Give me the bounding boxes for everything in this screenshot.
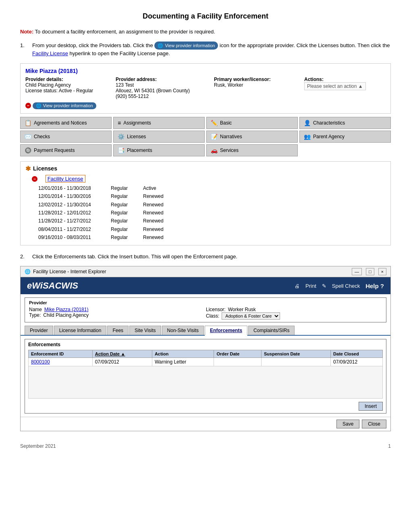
license-status-5: Renewed <box>143 225 175 233</box>
license-type-2: Regular <box>111 201 143 209</box>
enforcements-title: Enforcements <box>28 342 383 347</box>
ewis-logo: eWiSACWIS <box>27 281 78 291</box>
td-date_closed-0: 07/09/2012 <box>331 358 383 366</box>
narratives-icon: 📝 <box>211 133 218 140</box>
nav-btn-checks[interactable]: ✉️Checks <box>20 131 112 143</box>
minimize-button[interactable]: — <box>352 268 362 275</box>
insert-btn-row: Insert <box>28 402 383 411</box>
nav-btn-assignments[interactable]: ≡Assignments <box>113 117 205 129</box>
license-row-6: 09/16/2010 - 08/03/2011 Regular Renewed <box>38 233 386 241</box>
checks-icon: ✉️ <box>25 133 31 140</box>
agreements-label: Agreements and Notices <box>34 120 87 126</box>
license-type-3: Regular <box>111 209 143 217</box>
insert-button[interactable]: Insert <box>359 402 383 411</box>
nav-btn-basic[interactable]: ✏️Basic <box>206 117 298 129</box>
license-date-range-0: 12/01/2016 - 11/30/2018 <box>38 184 111 192</box>
license-row-5: 08/04/2011 - 11/27/2012 Regular Renewed <box>38 225 386 233</box>
tab-provider[interactable]: Provider <box>25 326 53 335</box>
license-row-4: 11/28/2012 - 11/27/2012 Regular Renewed <box>38 217 386 225</box>
placements-icon: 📑 <box>118 147 125 154</box>
provider-actions-col: Actions: Please select an action ▲ <box>304 77 386 99</box>
step1-text-middle: icon for the appropriate provider. Click… <box>220 42 390 48</box>
enforcements-header-row: Enforcement IDAction Date ▲ActionOrder D… <box>29 350 383 358</box>
tab-enforcements-active[interactable]: Enforcements <box>205 326 247 336</box>
license-row-1: 12/01/2014 - 11/30/2016 Regular Renewed <box>38 192 386 200</box>
nav-btn-narratives[interactable]: 📝Narratives <box>206 131 298 143</box>
nav-btn-characteristics[interactable]: 👤Characteristics <box>299 117 391 129</box>
view-provider-btn[interactable]: 🌐 View provider information <box>33 102 96 109</box>
tab-license_info[interactable]: License Information <box>54 326 107 335</box>
actions-dropdown[interactable]: Please select an action ▲ <box>304 82 366 90</box>
td-action-0: Warning Letter <box>152 358 214 366</box>
nav-btn-placements[interactable]: 📑Placements <box>113 144 205 156</box>
print-icon: 🖨 <box>295 283 300 289</box>
th-action: Action <box>152 350 214 358</box>
spellcheck-label[interactable]: Spell Check <box>332 283 360 289</box>
step-1-content: From your desktop, click the Providers t… <box>32 42 391 58</box>
minus-circle-icon-2: − <box>32 176 37 182</box>
nav-btn-parent_agency[interactable]: 👥Parent Agency <box>299 131 391 143</box>
th-date_closed: Date Closed <box>331 350 383 358</box>
license-status-4: Renewed <box>143 217 175 225</box>
tab-site_visits[interactable]: Site Visits <box>129 326 161 335</box>
ewis-class-label: Class: <box>206 313 219 319</box>
note-label: Note: <box>20 29 33 35</box>
characteristics-label: Characteristics <box>313 120 345 126</box>
note-text: To document a facility enforcement, an a… <box>35 29 215 35</box>
license-type-4: Regular <box>111 217 143 225</box>
save-button[interactable]: Save <box>336 420 359 428</box>
license-date-range-4: 11/28/2012 - 11/27/2012 <box>38 217 111 225</box>
enforcement-id-link-0[interactable]: 8000100 <box>31 359 50 365</box>
ewis-provider-name-value[interactable]: Mike Piazza (20181) <box>44 307 88 312</box>
payment-label: Payment Requests <box>34 148 75 153</box>
td-action_date-0: 07/09/2012 <box>92 358 152 366</box>
ewis-tabs: ProviderLicense InformationFeesSite Visi… <box>21 326 390 336</box>
globe-icon-2: 🌐 <box>36 103 42 108</box>
close-button[interactable]: Close <box>362 420 386 428</box>
nav-btn-agreements[interactable]: 📋Agreements and Notices <box>20 117 112 129</box>
ewis-licensor-label: Licensor: <box>206 307 226 312</box>
th-action_date[interactable]: Action Date ▲ <box>92 350 152 358</box>
help-label[interactable]: Help ? <box>365 283 384 289</box>
nav-btn-payment[interactable]: 🔘Payment Requests <box>20 144 112 156</box>
ewis-licensor-row: Licensor: Worker Rusk <box>206 307 382 312</box>
facility-license-link[interactable]: Facility License <box>46 175 85 183</box>
footer-date: September 2021 <box>20 443 56 449</box>
assignments-label: Assignments <box>123 120 151 126</box>
note-paragraph: Note: To document a facility enforcement… <box>20 28 391 36</box>
class-select[interactable]: Adoption & Foster Care <box>222 312 280 320</box>
tab-complaints_sirs[interactable]: Complaints/SIRs <box>248 326 295 335</box>
agreements-icon: 📋 <box>25 120 31 126</box>
td-enforcement_id-0[interactable]: 8000100 <box>29 358 93 366</box>
license-status-0: Active <box>143 184 175 192</box>
tab-fees[interactable]: Fees <box>107 326 129 335</box>
maximize-button[interactable]: □ <box>366 268 374 275</box>
license-type-0: Regular <box>111 184 143 192</box>
licenses-title: ✱ Licenses <box>25 165 386 172</box>
address-label: Provider address: <box>116 77 212 82</box>
ewis-footer: Save Close <box>21 417 390 431</box>
ewis-window: 🌐 Facility License - Internet Explorer —… <box>20 266 391 431</box>
td-order_date-0 <box>214 358 262 366</box>
details-label: Provider details: <box>25 77 114 82</box>
nav-btn-licenses[interactable]: ⚙️Licenses <box>113 131 205 143</box>
provider-details-col: Provider details: Child Placing Agency L… <box>25 77 114 99</box>
enforcements-table-head: Enforcement IDAction Date ▲ActionOrder D… <box>29 350 383 358</box>
close-window-button[interactable]: × <box>378 268 386 275</box>
step1-text-after: hyperlink to open the Facility License p… <box>70 50 170 56</box>
address1: 123 Test <box>116 82 212 88</box>
ewis-provider-left: Name Mike Piazza (20181) Type: Child Pla… <box>29 307 205 320</box>
enforcements-section: Enforcements Enforcement IDAction Date ▲… <box>25 339 386 414</box>
provider-worker-col: Primary worker/licensor: Rusk, Worker <box>214 77 303 99</box>
print-label[interactable]: Print <box>305 283 316 289</box>
address2: Allouez, WI 54301 (Brown County) <box>116 88 212 94</box>
titlebar-right: — □ × <box>352 268 386 275</box>
licenses-label: Licenses <box>127 134 146 139</box>
view-provider-inline-btn[interactable]: 🌐 View provider information <box>154 42 218 50</box>
nav-btn-services[interactable]: 🚗Services <box>206 144 298 156</box>
facility-license-link-step1[interactable]: Facility License <box>32 50 68 56</box>
th-order_date: Order Date <box>214 350 262 358</box>
tab-non_site_visits[interactable]: Non-Site Visits <box>162 326 204 335</box>
th-enforcement_id: Enforcement ID <box>29 350 93 358</box>
services-label: Services <box>220 148 239 153</box>
